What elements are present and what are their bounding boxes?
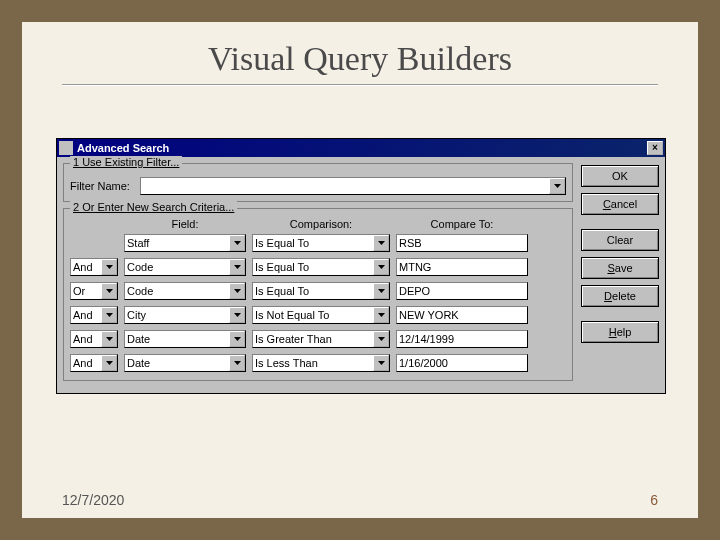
chevron-down-icon [229,235,245,251]
field-select[interactable]: City [124,306,246,324]
chevron-down-icon [101,283,117,299]
chevron-down-icon [373,259,389,275]
field-select[interactable]: Code [124,258,246,276]
compare-value-input[interactable]: MTNG [396,258,528,276]
chevron-down-icon [229,331,245,347]
criteria-group: 2 Or Enter New Search Criteria... Field:… [63,208,573,381]
filter-name-label: Filter Name: [70,180,134,192]
chevron-down-icon [373,331,389,347]
comparison-select[interactable]: Is Less Than [252,354,390,372]
header-comparison: Comparison: [252,218,390,230]
field-select[interactable]: Date [124,330,246,348]
criteria-row: And City Is Not Equal To NEW YORK [70,306,566,324]
delete-button[interactable]: Delete [581,285,659,307]
chevron-down-icon [373,307,389,323]
ok-button[interactable]: OK [581,165,659,187]
compare-value-input[interactable]: RSB [396,234,528,252]
dialog-titlebar: Advanced Search × [57,139,665,157]
logic-select[interactable]: And [70,330,118,348]
close-button[interactable]: × [647,141,663,155]
criteria-row: Or Code Is Equal To DEPO [70,282,566,300]
compare-value-input[interactable]: DEPO [396,282,528,300]
field-select[interactable]: Code [124,282,246,300]
advanced-search-dialog: Advanced Search × 1 Use Existing Filter.… [56,138,666,394]
chevron-down-icon [229,307,245,323]
comparison-select[interactable]: Is Greater Than [252,330,390,348]
slide-title: Visual Query Builders [22,22,698,84]
group2-legend: 2 Or Enter New Search Criteria... [70,201,237,213]
cancel-button[interactable]: Cancel [581,193,659,215]
header-compare-to: Compare To: [396,218,528,230]
chevron-down-icon [101,331,117,347]
criteria-row: Staff Is Equal To RSB [70,234,566,252]
criteria-row: And Code Is Equal To MTNG [70,258,566,276]
logic-select[interactable]: And [70,306,118,324]
header-field: Field: [124,218,246,230]
field-select[interactable]: Date [124,354,246,372]
logic-select[interactable]: Or [70,282,118,300]
chevron-down-icon [229,283,245,299]
chevron-down-icon [373,283,389,299]
chevron-down-icon [101,307,117,323]
dialog-title: Advanced Search [77,142,647,154]
filter-name-combo[interactable] [140,177,566,195]
clear-button[interactable]: Clear [581,229,659,251]
comparison-select[interactable]: Is Not Equal To [252,306,390,324]
page-number: 6 [650,492,658,508]
close-icon: × [652,143,658,153]
title-divider [62,84,658,86]
criteria-row: And Date Is Less Than 1/16/2000 [70,354,566,372]
chevron-down-icon [101,259,117,275]
comparison-select[interactable]: Is Equal To [252,282,390,300]
help-button[interactable]: Help [581,321,659,343]
chevron-down-icon [549,178,565,194]
chevron-down-icon [229,355,245,371]
comparison-select[interactable]: Is Equal To [252,234,390,252]
compare-value-input[interactable]: 1/16/2000 [396,354,528,372]
chevron-down-icon [373,235,389,251]
chevron-down-icon [101,355,117,371]
comparison-select[interactable]: Is Equal To [252,258,390,276]
footer-date: 12/7/2020 [62,492,124,508]
existing-filter-group: 1 Use Existing Filter... Filter Name: [63,163,573,202]
logic-select[interactable]: And [70,258,118,276]
chevron-down-icon [373,355,389,371]
chevron-down-icon [229,259,245,275]
compare-value-input[interactable]: 12/14/1999 [396,330,528,348]
criteria-row: And Date Is Greater Than 12/14/1999 [70,330,566,348]
compare-value-input[interactable]: NEW YORK [396,306,528,324]
app-icon [59,141,73,155]
field-select[interactable]: Staff [124,234,246,252]
group1-legend: 1 Use Existing Filter... [70,156,182,168]
save-button[interactable]: Save [581,257,659,279]
logic-select[interactable]: And [70,354,118,372]
